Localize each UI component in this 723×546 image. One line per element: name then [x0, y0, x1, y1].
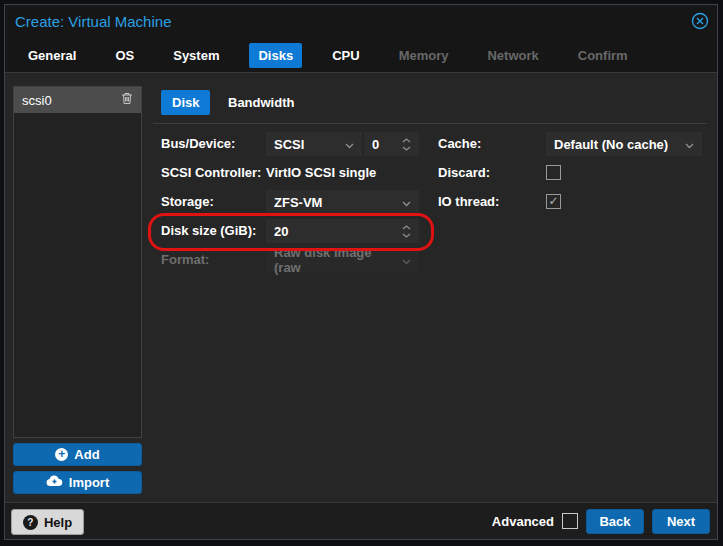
subtab-disk[interactable]: Disk	[161, 90, 210, 115]
cache-value: Default (No cache)	[554, 137, 668, 152]
disk-size-value: 20	[274, 224, 288, 239]
format-value: Raw disk image (raw	[274, 245, 396, 275]
advanced-checkbox[interactable]	[562, 513, 578, 529]
plus-circle-icon: +	[55, 448, 68, 461]
tab-general[interactable]: General	[19, 43, 85, 68]
io-thread-label: IO thread:	[438, 190, 499, 214]
tab-network: Network	[478, 43, 547, 68]
discard-checkbox[interactable]	[546, 165, 561, 180]
disk-list-item-scsi0[interactable]: scsi0	[14, 87, 141, 113]
dialog-footer: ? Help Advanced Back Next	[5, 502, 717, 539]
subtab-bandwidth[interactable]: Bandwidth	[217, 90, 305, 115]
cloud-import-icon	[46, 475, 63, 490]
bus-device-label: Bus/Device:	[161, 132, 235, 156]
add-button[interactable]: + Add	[13, 443, 142, 466]
storage-combo[interactable]: ZFS-VM	[266, 190, 419, 214]
number-spinner-icon[interactable]	[402, 225, 411, 238]
format-combo: Raw disk image (raw	[266, 248, 419, 272]
import-button-label: Import	[69, 475, 109, 490]
back-button[interactable]: Back	[586, 509, 644, 534]
dialog-body: scsi0 + Add Import Disk Band	[5, 73, 717, 502]
close-icon[interactable]	[691, 12, 709, 30]
tab-confirm: Confirm	[569, 43, 637, 68]
storage-label: Storage:	[161, 190, 214, 214]
chevron-down-icon	[685, 137, 694, 152]
help-button[interactable]: ? Help	[11, 509, 84, 535]
disk-item-label: scsi0	[22, 93, 52, 108]
help-button-label: Help	[44, 515, 72, 530]
io-thread-checkbox[interactable]: ✓	[546, 194, 561, 209]
chevron-down-icon	[402, 253, 411, 268]
scsi-controller-value: VirtIO SCSI single	[266, 161, 376, 185]
bus-number-field[interactable]: 0	[364, 132, 419, 156]
cache-label: Cache:	[438, 132, 481, 156]
create-vm-dialog: Create: Virtual Machine General OS Syste…	[4, 4, 718, 540]
number-spinner-icon[interactable]	[402, 138, 411, 151]
chevron-down-icon	[345, 137, 354, 152]
bus-device-value: SCSI	[274, 137, 304, 152]
storage-value: ZFS-VM	[274, 195, 322, 210]
tab-disks[interactable]: Disks	[249, 43, 302, 68]
dialog-title: Create: Virtual Machine	[15, 13, 171, 30]
tab-system[interactable]: System	[164, 43, 228, 68]
disk-size-field[interactable]: 20	[266, 219, 419, 243]
question-circle-icon: ?	[23, 515, 38, 530]
add-button-label: Add	[74, 447, 99, 462]
discard-label: Discard:	[438, 161, 490, 185]
footer-actions: Advanced Back Next	[492, 508, 710, 534]
disk-list-panel: scsi0	[13, 86, 142, 438]
trash-icon[interactable]	[121, 92, 133, 108]
advanced-label: Advanced	[492, 514, 554, 529]
dialog-header: Create: Virtual Machine General OS Syste…	[5, 5, 717, 73]
wizard-tab-bar: General OS System Disks CPU Memory Netwo…	[19, 43, 637, 68]
tab-memory: Memory	[390, 43, 458, 68]
scsi-controller-label: SCSI Controller:	[161, 161, 261, 185]
disk-size-label: Disk size (GiB):	[161, 219, 256, 243]
tab-os[interactable]: OS	[106, 43, 143, 68]
tab-cpu[interactable]: CPU	[323, 43, 368, 68]
format-label: Format:	[161, 248, 209, 272]
bus-number-value: 0	[372, 137, 379, 152]
next-button[interactable]: Next	[652, 509, 710, 534]
cache-combo[interactable]: Default (No cache)	[546, 132, 702, 156]
chevron-down-icon	[402, 195, 411, 210]
import-button[interactable]: Import	[13, 471, 142, 494]
subtab-separator	[153, 123, 707, 124]
bus-device-combo[interactable]: SCSI	[266, 132, 362, 156]
